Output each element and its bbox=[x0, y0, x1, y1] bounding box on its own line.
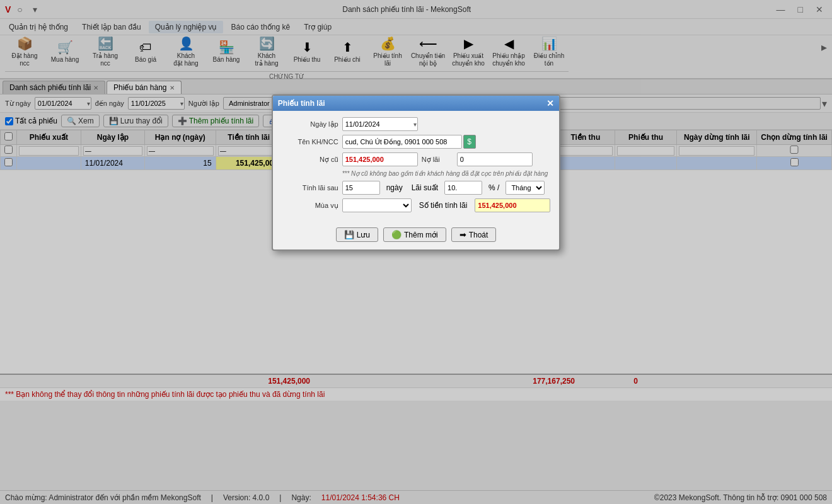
tinh-lai-sau-input[interactable] bbox=[342, 181, 380, 195]
no-cu-input[interactable] bbox=[342, 152, 418, 166]
ngay-label: ngày bbox=[386, 183, 403, 192]
modal-close-btn[interactable]: ✕ bbox=[546, 98, 554, 108]
them-moi-icon: 🟢 bbox=[391, 230, 402, 239]
mua-vu-select[interactable] bbox=[342, 198, 412, 212]
thoat-label: Thoát bbox=[469, 231, 488, 239]
phan-tram-label: % / bbox=[488, 183, 499, 192]
mua-vu-label: Mùa vụ bbox=[282, 202, 338, 210]
them-moi-btn[interactable]: 🟢 Thêm mới bbox=[383, 227, 446, 242]
form-row-mua-vu: Mùa vụ Số tiền tính lãi bbox=[282, 198, 551, 212]
modal-ngay-lap-dropdown[interactable]: ▾ bbox=[413, 121, 417, 128]
thoat-btn[interactable]: ➡ Thoát bbox=[451, 227, 497, 242]
ten-kh-input[interactable] bbox=[342, 135, 462, 149]
luu-btn-icon: 💾 bbox=[344, 230, 354, 239]
so-tien-label: Số tiền tính lãi bbox=[419, 201, 468, 210]
modal-body: Ngày lập ▾ Tên KH/NCC $ Nợ cũ Nợ lãi bbox=[273, 111, 560, 222]
lai-suat-input[interactable] bbox=[444, 181, 482, 195]
ten-kh-label: Tên KH/NCC bbox=[282, 138, 338, 146]
form-row-no: Nợ cũ Nợ lãi bbox=[282, 152, 551, 166]
form-row-ngay-lap: Ngày lập ▾ bbox=[282, 117, 551, 131]
modal-ngay-lap-wrapper: ▾ bbox=[342, 117, 418, 131]
modal-note: *** Nợ cũ không bao gồm tiền khách hàng … bbox=[342, 170, 551, 177]
tinh-lai-sau-label: Tính lãi sau bbox=[282, 184, 338, 192]
lai-suat-label: Lãi suất bbox=[412, 183, 438, 192]
modal-ngay-lap-input[interactable] bbox=[342, 117, 418, 131]
luu-btn-label: Lưu bbox=[357, 231, 370, 239]
modal-overlay: Phiếu tính lãi ✕ Ngày lập ▾ Tên KH/NCC $ bbox=[0, 0, 832, 504]
customer-row: $ bbox=[342, 135, 476, 149]
luu-btn[interactable]: 💾 Lưu bbox=[336, 227, 378, 242]
modal-footer: 💾 Lưu 🟢 Thêm mới ➡ Thoát bbox=[273, 222, 560, 249]
customer-search-btn[interactable]: $ bbox=[463, 135, 476, 149]
no-lai-label: Nợ lãi bbox=[422, 156, 453, 164]
modal-header: Phiếu tính lãi ✕ bbox=[273, 96, 560, 111]
form-row-tinh-lai-sau: Tính lãi sau ngày Lãi suất % / Tháng bbox=[282, 181, 551, 195]
modal-title: Phiếu tính lãi bbox=[278, 99, 325, 108]
thoat-icon: ➡ bbox=[459, 230, 466, 239]
ngay-lap-label: Ngày lập bbox=[282, 120, 338, 129]
no-lai-input[interactable] bbox=[457, 152, 533, 166]
modal-phieu-tinh-lai: Phiếu tính lãi ✕ Ngày lập ▾ Tên KH/NCC $ bbox=[272, 94, 561, 251]
form-row-ten-kh: Tên KH/NCC $ bbox=[282, 135, 551, 149]
no-cu-label: Nợ cũ bbox=[282, 156, 338, 164]
ky-han-select[interactable]: Tháng bbox=[506, 181, 545, 195]
so-tien-tinh-lai-input[interactable] bbox=[475, 198, 550, 212]
them-moi-label: Thêm mới bbox=[404, 231, 438, 239]
